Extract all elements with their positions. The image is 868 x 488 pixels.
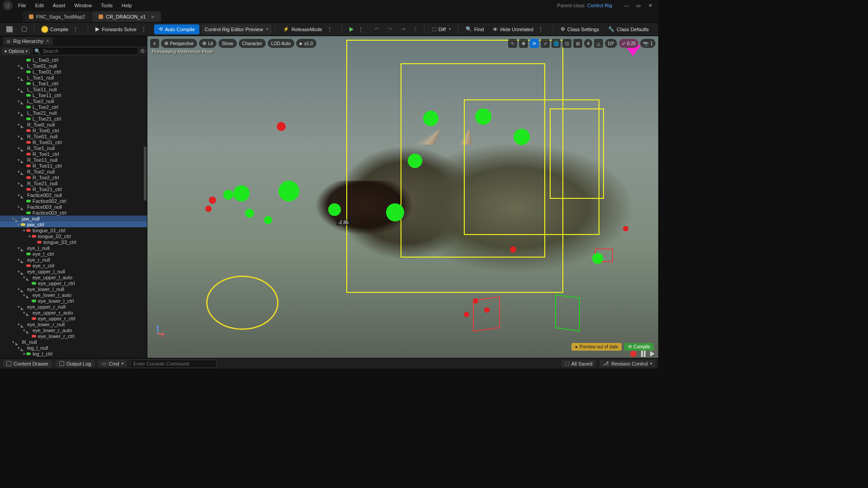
output-log-button[interactable]: Output Log [56,360,94,367]
tree-item[interactable]: Factice002_ctrl [0,198,147,204]
scale-tool-button[interactable]: ⤢ [541,39,550,48]
lit-dropdown[interactable]: Lit [199,39,217,48]
menu-asset[interactable]: Asset [48,1,70,10]
tree-item[interactable]: Stretchy [0,357,147,358]
tree-item[interactable]: R_Toe0_ctrl [0,127,147,133]
revision-control-button[interactable]: ⎇ Revision Control▾ [599,360,656,367]
expand-icon[interactable]: ▾ [16,246,21,250]
expand-icon[interactable]: ▾ [16,181,21,186]
expand-icon[interactable]: ▾ [16,111,21,115]
play-button[interactable]: ⋮ [346,24,369,34]
expand-icon[interactable]: ▾ [16,169,21,174]
tree-item[interactable]: ▾L_Toe1_null [0,75,147,80]
expand-icon[interactable]: ▾ [16,122,21,127]
snap-scale-button[interactable]: ⊡ [562,39,571,48]
tree-item[interactable]: R_Toe1_ctrl [0,151,147,157]
document-tab[interactable]: FNC_Saga_TestMap2 [23,11,91,22]
tree-item[interactable]: L_Toe0_ctrl [0,57,147,63]
all-saved-button[interactable]: ⬚ All Saved [561,360,596,367]
tree-item[interactable]: ▾leg_l_null [0,345,147,351]
find-button[interactable]: 🔍Find [462,24,487,34]
grid-snap-button[interactable]: ⊞ [573,39,582,48]
show-dropdown[interactable]: Show [218,39,237,48]
tree-item[interactable]: ▾eye_lower_l_auto [0,292,147,298]
preview-out-of-date-badge[interactable]: ● Preview out of date [571,343,622,351]
release-mode-button[interactable]: ⚡ReleaseMode⋮ [279,24,338,34]
expand-icon[interactable]: ▾ [16,87,21,92]
window-close-button[interactable]: ✕ [645,1,656,9]
step-button[interactable] [650,351,655,357]
tree-item[interactable]: ▾eye_upper_r_null [0,304,147,310]
tree-item[interactable]: ▾L_Toe21_null [0,110,147,116]
content-drawer-button[interactable]: Content Drawer [3,360,52,367]
expand-icon[interactable]: ▾ [16,205,21,209]
tree-item[interactable]: ▾jaw_ctrl [0,221,147,227]
menu-edit[interactable]: Edit [31,1,48,10]
character-dropdown[interactable]: Character [239,39,266,48]
class-settings-button[interactable]: ⚙Class Settings [557,24,603,34]
pause-button[interactable] [641,351,646,357]
expand-icon[interactable]: ▾ [16,305,21,309]
tree-item[interactable]: eye_upper_l_ctrl [0,280,147,286]
tree-item[interactable]: ▾R_Toe1_null [0,145,147,151]
tree-item[interactable]: ▾eye_l_null [0,245,147,251]
expand-icon[interactable]: ▾ [22,228,26,233]
tree-item[interactable]: ▾R_Toe21_null [0,180,147,186]
tree-item[interactable]: ▾R_Toe2_null [0,169,147,174]
tree-item[interactable]: R_Toe11_ctrl [0,163,147,169]
expand-icon[interactable]: ▾ [16,322,21,327]
tree-item[interactable]: tongue_03_ctrl [0,239,147,245]
tree-item[interactable]: ▾Factice002_null [0,192,147,198]
tree-item[interactable]: L_Toe2_ctrl [0,104,147,110]
scale-snap-value[interactable]: ⤢ 0.25 [619,39,638,48]
viewport-menu-button[interactable]: ≡ [150,39,159,48]
grid-snap-value[interactable]: 4 [584,39,592,48]
expand-icon[interactable]: ▾ [16,258,21,262]
hierarchy-tree[interactable]: L_Toe0_ctrl▾L_Toe01_nullL_Toe01_ctrl▾L_T… [0,56,147,358]
expand-icon[interactable]: ▾ [16,158,21,162]
options-dropdown[interactable]: ▾Options▾ [2,48,30,55]
tree-item[interactable]: L_Toe21_ctrl [0,116,147,122]
tree-item[interactable]: ▾eye_upper_r_auto [0,310,147,315]
tree-item[interactable]: R_Toe01_ctrl [0,139,147,145]
tree-item[interactable]: ▾R_Toe0_null [0,122,147,127]
expand-icon[interactable]: ▾ [11,340,15,344]
rotate-tool-button[interactable]: ⟳ [530,39,539,48]
tree-item[interactable]: ▾eye_lower_r_auto [0,327,147,333]
close-icon[interactable]: × [46,38,49,44]
tree-item[interactable]: L_Toe11_ctrl [0,92,147,98]
tree-item[interactable]: L_Toe1_ctrl [0,80,147,86]
hide-unrelated-button[interactable]: 👁Hide Unrelated⋮ [489,24,549,34]
search-input[interactable]: 🔍 [32,47,138,55]
expand-icon[interactable]: ▾ [16,99,21,103]
compile-button[interactable]: Compile⋮ [38,24,84,34]
editor-preview-dropdown[interactable]: Control Rig Editor Preview▾ [201,24,272,34]
angle-snap-button[interactable]: △ [594,39,603,48]
nav-step-button[interactable]: ⇥ [397,24,409,34]
tree-item[interactable]: L_Toe01_ctrl [0,69,147,75]
nav-step-out-button[interactable]: ⤴ [410,24,420,34]
expand-icon[interactable]: ▾ [16,146,21,150]
expand-icon[interactable]: ▾ [16,222,21,227]
nav-undo-button[interactable]: ↶ [371,24,382,34]
tree-item[interactable]: ▾jaw_null [0,216,147,221]
window-restore-button[interactable]: ▭ [633,1,644,9]
nav-redo-button[interactable]: ↷ [384,24,396,34]
expand-icon[interactable]: ▾ [22,328,26,333]
tree-item[interactable]: eye_lower_l_ctrl [0,298,147,304]
tree-item[interactable]: eye_r_ctrl [0,263,147,268]
tree-item[interactable]: eye_lower_r_ctrl [0,333,147,339]
menu-window[interactable]: Window [70,1,96,10]
expand-icon[interactable]: ▾ [22,293,26,297]
tree-item[interactable]: ▾R_Toe01_null [0,133,147,139]
tree-item[interactable]: ▾eye_lower_r_null [0,321,147,327]
gear-icon[interactable]: ⚙ [140,48,145,54]
expand-icon[interactable]: ▾ [11,216,15,221]
forwards-solve-button[interactable]: Forwards Solve⋮ [92,24,152,34]
playback-speed-button[interactable]: ▶x1.0 [296,39,316,48]
compile-pill-button[interactable]: ⟲ Compile [624,343,654,351]
expand-icon[interactable]: ▾ [16,134,21,139]
expand-icon[interactable]: ▾ [16,75,21,80]
camera-speed-value[interactable]: 📷1 [640,39,656,48]
tree-item[interactable]: ▾eye_r_null [0,257,147,263]
